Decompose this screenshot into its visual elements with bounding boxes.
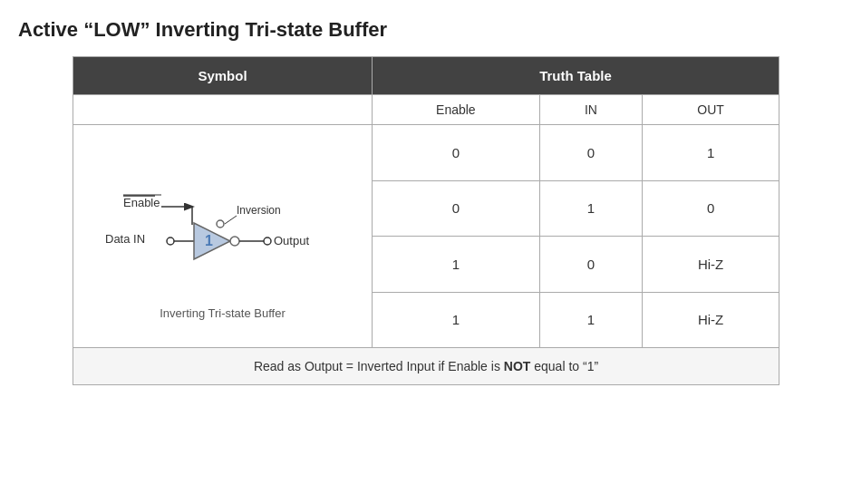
header-row: Symbol Truth Table — [73, 57, 779, 95]
out-subheader: OUT — [643, 95, 779, 125]
footer-row: Read as Output = Inverted Input if Enabl… — [73, 348, 779, 385]
symbol-header: Symbol — [73, 57, 373, 95]
footer-end-text: equal to “1” — [530, 359, 598, 373]
sub-header-row: Enable IN OUT — [73, 95, 779, 125]
row1-in: 0 — [539, 125, 642, 181]
row2-in: 1 — [539, 180, 642, 237]
svg-point-10 — [230, 237, 239, 246]
footer-cell: Read as Output = Inverted Input if Enabl… — [73, 348, 779, 385]
data-row-1: Enable Data IN 1 — [73, 125, 779, 181]
row4-in: 1 — [539, 292, 642, 348]
truth-table-header: Truth Table — [373, 57, 779, 95]
svg-text:Output: Output — [274, 234, 309, 247]
row1-enable: 0 — [373, 125, 540, 181]
row3-in: 0 — [539, 237, 642, 293]
row4-enable: 1 — [373, 292, 540, 348]
symbol-cell: Enable Data IN 1 — [73, 125, 373, 348]
row3-out: Hi-Z — [643, 237, 779, 293]
footer-bold-text: NOT — [504, 359, 531, 373]
row2-enable: 0 — [373, 180, 540, 237]
row1-out: 1 — [643, 125, 779, 181]
row4-out: Hi-Z — [643, 292, 779, 348]
main-table: Symbol Truth Table Enable IN OUT Enable — [73, 56, 779, 385]
enable-subheader: Enable — [373, 95, 540, 125]
symbol-subheader-empty — [73, 95, 373, 125]
diagram-container: Enable Data IN 1 — [92, 143, 353, 329]
svg-text:1: 1 — [205, 233, 213, 248]
svg-point-11 — [217, 220, 224, 228]
svg-text:Data IN: Data IN — [105, 232, 145, 246]
footer-text: Read as Output = Inverted Input if Enabl… — [254, 359, 504, 373]
circuit-diagram: Enable Data IN 1 — [96, 152, 350, 297]
page-title: Active “LOW” Inverting Tri-state Buffer — [18, 18, 834, 42]
svg-point-6 — [167, 237, 174, 245]
row3-enable: 1 — [373, 237, 540, 293]
svg-text:Enable: Enable — [123, 196, 160, 209]
svg-line-13 — [225, 216, 237, 224]
diagram-label: Inverting Tri-state Buffer — [160, 306, 286, 320]
svg-point-15 — [264, 237, 271, 245]
in-subheader: IN — [539, 95, 642, 125]
svg-text:Inversion: Inversion — [237, 204, 281, 217]
row2-out: 0 — [643, 180, 779, 237]
